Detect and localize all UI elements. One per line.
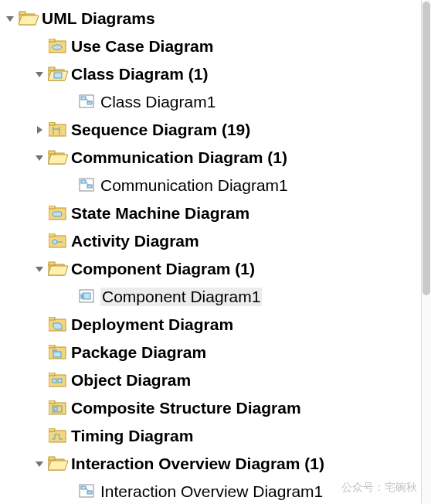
svg-marker-7 <box>36 72 43 77</box>
tree-child-class-diagram1[interactable]: Class Diagram1 <box>2 88 431 116</box>
svg-rect-18 <box>49 122 55 125</box>
tree-item-component[interactable]: Component Diagram (1) <box>2 255 431 283</box>
tree-child-communication-diagram1[interactable]: Communication Diagram1 <box>2 172 431 199</box>
svg-rect-44 <box>81 297 83 298</box>
tree-item-label: Deployment Diagram <box>71 315 233 334</box>
tree-item-communication[interactable]: Communication Diagram (1) <box>2 144 431 172</box>
tree-item-label: State Machine Diagram <box>71 204 249 223</box>
chevron-down-icon[interactable] <box>31 149 48 166</box>
tree-item-label: Package Diagram <box>71 343 206 362</box>
tree-child-interactionoverview-diagram1[interactable]: Interaction Overview Diagram1 <box>2 478 431 504</box>
tree-item-label: Component Diagram (1) <box>71 260 255 278</box>
svg-rect-57 <box>49 400 55 404</box>
folder-activity-icon <box>48 231 68 251</box>
svg-marker-64 <box>48 461 68 470</box>
tree-child-label: Component Diagram1 <box>100 288 262 306</box>
svg-rect-43 <box>81 295 83 296</box>
scroll-thumb[interactable] <box>423 2 430 295</box>
svg-rect-10 <box>49 67 55 70</box>
svg-marker-22 <box>36 155 43 161</box>
tree-item-activity[interactable]: Activity Diagram <box>2 227 431 255</box>
svg-rect-50 <box>53 352 61 357</box>
svg-marker-39 <box>48 266 68 275</box>
tree-item-composite[interactable]: Composite Structure Diagram <box>2 394 431 422</box>
folder-interactionoverview-icon <box>48 454 68 474</box>
tree-root-label: UML Diagrams <box>42 9 155 28</box>
svg-rect-53 <box>49 373 55 376</box>
folder-communication-icon <box>48 148 68 168</box>
svg-rect-17 <box>49 124 66 136</box>
chevron-down-icon[interactable] <box>31 261 48 278</box>
folder-deployment-icon <box>48 315 68 335</box>
folder-object-icon <box>48 370 68 390</box>
svg-rect-61 <box>49 428 55 431</box>
tree-item-label: Communication Diagram (1) <box>71 148 287 167</box>
svg-rect-65 <box>49 457 55 460</box>
folder-open-icon <box>19 9 39 29</box>
chevron-down-icon[interactable] <box>31 66 48 83</box>
tree-item-label: Timing Diagram <box>71 427 193 445</box>
svg-marker-0 <box>6 16 14 22</box>
svg-marker-24 <box>48 155 68 164</box>
svg-rect-59 <box>54 407 57 410</box>
tree-child-label: Communication Diagram1 <box>100 176 288 195</box>
diagram-icon <box>77 175 97 196</box>
svg-marker-62 <box>36 461 43 467</box>
tree-item-statemachine[interactable]: State Machine Diagram <box>2 199 431 227</box>
tree-item-usecase[interactable]: Use Case Diagram <box>2 32 431 60</box>
svg-rect-25 <box>49 151 55 154</box>
folder-class-icon <box>48 64 68 84</box>
tree-item-label: Composite Structure Diagram <box>71 399 301 417</box>
chevron-down-icon[interactable] <box>31 455 48 472</box>
svg-rect-11 <box>54 73 62 78</box>
svg-rect-67 <box>81 486 86 489</box>
folder-sequence-icon <box>48 120 68 140</box>
tree-item-label: Interaction Overview Diagram (1) <box>71 455 324 473</box>
folder-usecase-icon <box>48 36 68 56</box>
tree-item-package[interactable]: Package Diagram <box>2 339 431 366</box>
svg-rect-49 <box>49 345 55 348</box>
tree-item-label: Object Diagram <box>71 371 191 390</box>
folder-timing-icon <box>48 426 68 446</box>
svg-rect-27 <box>81 180 86 183</box>
tree-item-label: Class Diagram (1) <box>71 65 208 83</box>
diagram-icon <box>77 482 97 502</box>
svg-rect-40 <box>49 262 55 265</box>
svg-marker-47 <box>53 323 62 329</box>
svg-rect-52 <box>49 375 66 387</box>
svg-marker-37 <box>36 267 43 272</box>
chevron-right-icon[interactable] <box>31 121 48 138</box>
tree-item-sequence[interactable]: Sequence Diagram (19) <box>2 116 431 144</box>
tree-item-label: Activity Diagram <box>71 232 199 250</box>
folder-component-icon <box>48 259 68 279</box>
tree-item-object[interactable]: Object Diagram <box>2 366 431 394</box>
svg-rect-60 <box>49 431 66 442</box>
tree-item-interactionoverview[interactable]: Interaction Overview Diagram (1) <box>2 450 431 478</box>
svg-rect-3 <box>19 12 25 15</box>
tree-root-row[interactable]: UML Diagrams <box>2 5 431 32</box>
svg-marker-16 <box>37 126 42 134</box>
svg-rect-5 <box>49 39 55 42</box>
svg-rect-54 <box>53 379 56 383</box>
tree-item-class[interactable]: Class Diagram (1) <box>2 60 431 88</box>
folder-package-icon <box>48 342 68 363</box>
svg-point-6 <box>53 45 62 49</box>
tree-item-deployment[interactable]: Deployment Diagram <box>2 311 431 339</box>
chevron-down-icon[interactable] <box>2 10 19 27</box>
uml-tree: UML Diagrams Use Case Diagram <box>0 0 431 504</box>
folder-composite-icon <box>48 398 68 418</box>
tree-child-label: Interaction Overview Diagram1 <box>100 482 323 501</box>
tree-child-label: Class Diagram1 <box>100 93 216 111</box>
vertical-scrollbar[interactable] <box>421 0 431 504</box>
svg-rect-32 <box>53 212 62 216</box>
tree-child-component-diagram1[interactable]: Component Diagram1 <box>2 283 431 311</box>
svg-rect-51 <box>53 350 56 352</box>
tree-item-label: Sequence Diagram (19) <box>71 121 250 139</box>
svg-point-35 <box>53 240 57 244</box>
svg-rect-13 <box>81 97 86 100</box>
svg-rect-46 <box>49 317 55 320</box>
tree-item-timing[interactable]: Timing Diagram <box>2 422 431 450</box>
svg-rect-55 <box>58 379 62 383</box>
svg-rect-34 <box>49 233 55 237</box>
tree-item-label: Use Case Diagram <box>71 37 213 56</box>
